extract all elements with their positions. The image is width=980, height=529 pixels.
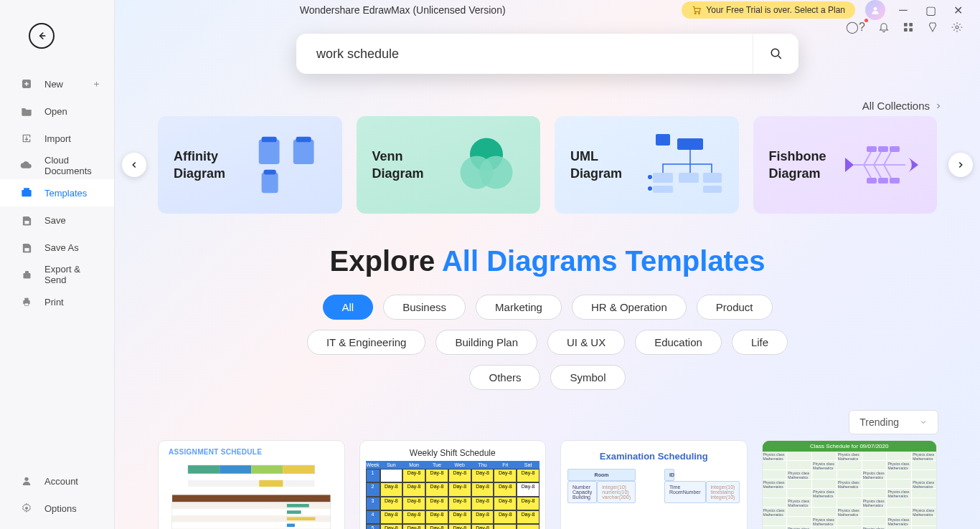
svg-rect-17: [909, 28, 913, 32]
category-venn[interactable]: Venn Diagram: [357, 116, 541, 214]
category-uml[interactable]: UML Diagram: [555, 116, 739, 214]
sidebar-item-saveas[interactable]: Save As: [0, 234, 114, 261]
cart-icon: [692, 5, 702, 15]
back-button[interactable]: [29, 23, 55, 49]
sidebar-item-import[interactable]: Import: [0, 125, 114, 152]
template-thumbnail: Class Schedule for 09/07/2020 Physics cl…: [763, 441, 937, 529]
help-icon[interactable]: ◯?: [846, 20, 865, 34]
svg-rect-56: [172, 522, 330, 528]
svg-rect-32: [679, 173, 699, 183]
plus-square-icon: [20, 77, 33, 90]
template-weekly-shift[interactable]: Weekly Shift Schedule WeekSunMonTueWebTh…: [359, 440, 547, 529]
heading-pre: Explore: [330, 245, 442, 277]
search-button[interactable]: [753, 34, 798, 74]
search-box: [296, 34, 798, 74]
svg-rect-60: [287, 504, 309, 507]
svg-rect-31: [653, 173, 673, 183]
svg-point-37: [648, 186, 652, 191]
search-input[interactable]: [316, 47, 753, 62]
filter-hr[interactable]: HR & Operation: [572, 295, 687, 320]
toolbar-icons: ◯?: [115, 20, 980, 34]
svg-rect-2: [24, 188, 29, 190]
app-title: Wondershare EdrawMax (Unlicensed Version…: [128, 4, 677, 16]
svg-rect-23: [296, 137, 311, 143]
user-icon: [20, 475, 33, 487]
maximize-button[interactable]: ▢: [921, 4, 940, 17]
filter-life[interactable]: Life: [732, 330, 788, 355]
minimize-button[interactable]: ─: [894, 4, 913, 16]
settings-icon[interactable]: [951, 22, 963, 33]
sidebar-item-label: Account: [44, 476, 78, 487]
template-class-schedule[interactable]: Class Schedule for 09/07/2020 Physics cl…: [762, 440, 938, 529]
carousel-next-button[interactable]: [948, 153, 973, 177]
avatar[interactable]: [865, 0, 885, 20]
svg-rect-3: [24, 221, 29, 224]
filter-product[interactable]: Product: [697, 295, 773, 320]
close-button[interactable]: ✕: [948, 4, 967, 17]
template-row: ASSIGNMENT SCHEDULE: [115, 440, 980, 529]
sort-value: Trending: [859, 416, 899, 428]
trial-banner[interactable]: Your Free Trial is over. Select a Plan: [682, 1, 855, 19]
filter-business[interactable]: Business: [383, 295, 466, 320]
svg-rect-4: [24, 248, 29, 251]
plus-icon[interactable]: ＋: [92, 77, 101, 90]
filter-symbol[interactable]: Symbol: [550, 365, 625, 390]
svg-rect-63: [287, 524, 295, 528]
sidebar-item-label: Export & Send: [44, 264, 101, 285]
svg-rect-49: [188, 480, 314, 487]
sidebar-item-label: Save As: [44, 242, 79, 253]
filter-all[interactable]: All: [323, 295, 374, 320]
save-as-icon: [20, 241, 33, 254]
template-exam-scheduling[interactable]: Examination Scheduling Room Number Capac…: [560, 440, 748, 529]
theme-icon[interactable]: [927, 22, 938, 33]
svg-rect-41: [867, 178, 877, 184]
filter-others[interactable]: Others: [469, 365, 540, 390]
template-thumbnail: WeekSunMonTueWebThuFriSat1Day-8Day-8Day-…: [366, 461, 540, 529]
category-fishbone[interactable]: Fishbone Diagram: [753, 116, 938, 214]
user-icon: [870, 5, 880, 15]
apps-icon[interactable]: [903, 22, 914, 33]
sidebar-item-account[interactable]: Account: [0, 467, 114, 495]
sidebar-item-cloud[interactable]: Cloud Documents: [0, 152, 114, 179]
svg-rect-8: [24, 303, 28, 305]
svg-rect-40: [890, 146, 900, 152]
category-affinity[interactable]: Affinity Diagram: [158, 116, 342, 214]
template-title: ASSIGNMENT SCHEDULE: [164, 448, 262, 456]
all-collections-link[interactable]: All Collections: [115, 74, 980, 116]
svg-point-18: [956, 26, 958, 29]
template-assignment-schedule[interactable]: ASSIGNMENT SCHEDULE: [158, 440, 345, 529]
filter-it[interactable]: IT & Engineering: [307, 330, 425, 355]
main-area: Wondershare EdrawMax (Unlicensed Version…: [115, 0, 980, 529]
sidebar-item-new[interactable]: New ＋: [0, 70, 114, 97]
sort-select[interactable]: Trending: [849, 410, 938, 434]
sidebar-item-export[interactable]: Export & Send: [0, 261, 114, 288]
sidebar-item-options[interactable]: Options: [0, 495, 114, 522]
svg-point-9: [24, 477, 28, 481]
svg-rect-47: [251, 465, 283, 473]
export-icon: [20, 268, 33, 281]
sidebar-item-label: Print: [44, 297, 64, 308]
filter-education[interactable]: Education: [635, 330, 722, 355]
svg-point-36: [648, 175, 652, 179]
svg-rect-25: [264, 170, 276, 175]
bell-icon[interactable]: [878, 22, 890, 33]
heading-accent: All Diagrams Templates: [442, 245, 765, 277]
carousel-prev-button[interactable]: [122, 153, 146, 177]
svg-point-10: [25, 507, 28, 510]
sidebar-item-templates[interactable]: Templates: [0, 179, 114, 206]
svg-point-19: [771, 49, 779, 57]
svg-rect-20: [259, 139, 280, 164]
template-title: Class Schedule for 09/07/2020: [763, 441, 937, 452]
svg-rect-5: [23, 273, 30, 279]
sidebar-item-save[interactable]: Save: [0, 206, 114, 234]
print-icon: [20, 295, 33, 308]
filter-marketing[interactable]: Marketing: [476, 295, 562, 320]
filter-building[interactable]: Building Plan: [435, 330, 537, 355]
svg-point-28: [479, 156, 512, 189]
svg-rect-46: [220, 465, 251, 473]
sidebar-item-print[interactable]: Print: [0, 288, 114, 315]
svg-rect-15: [909, 23, 913, 27]
filter-ui[interactable]: UI & UX: [547, 330, 625, 355]
sidebar-item-open[interactable]: Open: [0, 97, 114, 125]
sidebar: New ＋ Open Import Cloud Documents Templa…: [0, 0, 115, 529]
